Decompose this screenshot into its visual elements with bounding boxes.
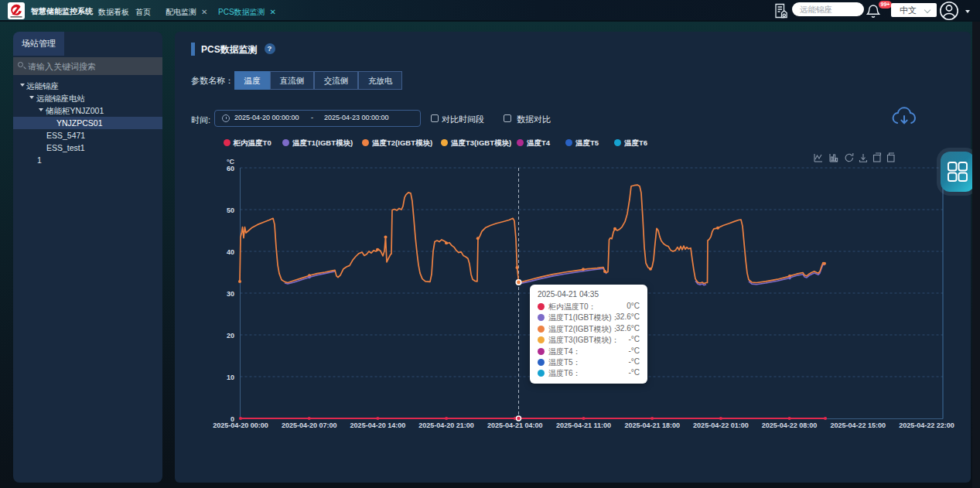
svg-text:20: 20	[227, 332, 234, 340]
svg-text:2025-04-21 04:00: 2025-04-21 04:00	[487, 421, 543, 429]
svg-text:2025-04-22 01:00: 2025-04-22 01:00	[693, 421, 749, 429]
svg-text:°C: °C	[227, 158, 235, 166]
svg-text:40: 40	[227, 248, 234, 256]
svg-text:2025-04-20 00:00: 2025-04-20 00:00	[213, 421, 268, 429]
svg-text:10: 10	[227, 374, 234, 381]
svg-text:2025-04-20 21:00: 2025-04-20 21:00	[418, 421, 474, 429]
svg-text:2025-04-22 08:00: 2025-04-22 08:00	[762, 421, 818, 429]
svg-text:50: 50	[227, 206, 234, 214]
svg-text:2025-04-22 15:00: 2025-04-22 15:00	[831, 421, 886, 429]
svg-text:2025-04-21 11:00: 2025-04-21 11:00	[556, 421, 611, 429]
svg-text:2025-04-22 22:00: 2025-04-22 22:00	[899, 421, 954, 429]
svg-text:60: 60	[227, 165, 234, 172]
svg-text:30: 30	[227, 290, 234, 298]
svg-text:2025-04-21 18:00: 2025-04-21 18:00	[624, 421, 680, 429]
svg-text:2025-04-20 07:00: 2025-04-20 07:00	[282, 421, 337, 429]
svg-text:2025-04-20 14:00: 2025-04-20 14:00	[350, 421, 406, 429]
